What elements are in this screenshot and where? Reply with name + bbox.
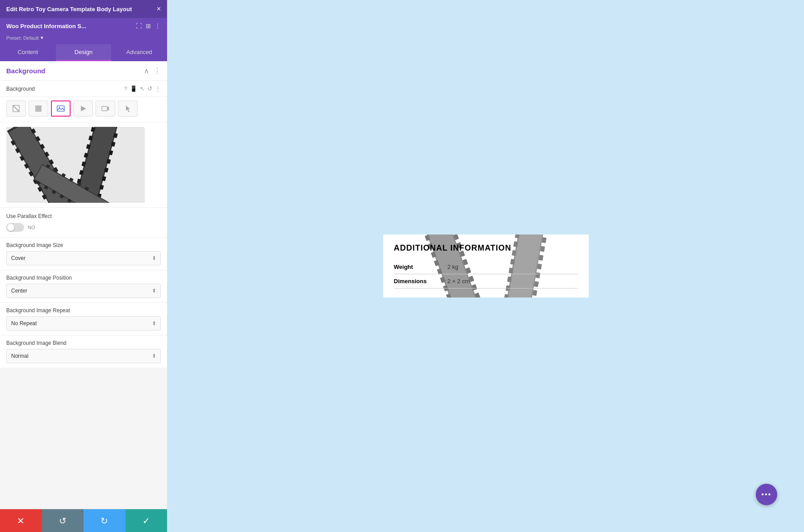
bottom-toolbar: ✕ ↺ ↻ ✓ — [0, 509, 167, 532]
parallax-row: Use Parallax Effect NO — [0, 208, 167, 238]
options-icon[interactable]: ⋮ — [155, 85, 161, 92]
info-key-dimensions: Dimensions — [394, 278, 448, 285]
save-button[interactable]: ✓ — [126, 509, 168, 532]
section-controls: ∧ ⋮ — [144, 67, 161, 75]
bg-type-hover[interactable] — [118, 101, 138, 117]
svg-marker-5 — [81, 106, 86, 111]
device-icon[interactable]: 📱 — [130, 85, 137, 92]
bg-type-slideshow[interactable] — [96, 101, 115, 117]
toggle-knob — [7, 224, 14, 231]
info-key-weight: Weight — [394, 264, 448, 270]
image-position-field: Background Image Position Center Top Bot… — [0, 270, 167, 303]
tab-design[interactable]: Design — [56, 44, 112, 61]
product-card: ADDITIONAL INFORMATION Weight 2 kg Dimen… — [383, 235, 589, 297]
image-position-label: Background Image Position — [6, 275, 161, 281]
undo-button[interactable]: ↺ — [42, 509, 84, 532]
info-val-dimensions: 2 × 2 cm — [448, 278, 470, 285]
parallax-value: NO — [28, 225, 35, 230]
image-preview[interactable] — [0, 122, 167, 208]
help-icon[interactable]: ? — [124, 85, 127, 92]
expand-icon[interactable]: ⛶ — [136, 22, 142, 29]
section-more-icon[interactable]: ⋮ — [154, 67, 161, 75]
image-repeat-label: Background Image Repeat — [6, 307, 161, 314]
image-repeat-wrapper: No Repeat Repeat Repeat-X Repeat-Y — [6, 316, 161, 331]
sidebar: Edit Retro Toy Camera Template Body Layo… — [0, 0, 168, 532]
image-size-field: Background Image Size Cover Contain Auto — [0, 238, 167, 270]
image-size-select[interactable]: Cover Contain Auto — [6, 251, 161, 265]
fab-icon: ••• — [762, 490, 772, 498]
toggle-row: NO — [6, 223, 161, 232]
image-size-label: Background Image Size — [6, 242, 161, 248]
svg-rect-6 — [102, 106, 107, 111]
preset-label: Preset: Default — [6, 35, 39, 41]
close-button[interactable]: × — [157, 5, 161, 13]
table-row: Dimensions 2 × 2 cm — [394, 274, 578, 289]
widget-title: Woo Product Information S... — [6, 23, 86, 29]
svg-line-0 — [13, 105, 19, 112]
parallax-toggle[interactable] — [6, 223, 24, 232]
image-position-select[interactable]: Center Top Bottom Left Right — [6, 284, 161, 298]
image-position-wrapper: Center Top Bottom Left Right — [6, 284, 161, 298]
image-blend-field: Background Image Blend Normal Multiply S… — [0, 335, 167, 368]
image-thumbnail — [6, 127, 145, 203]
titlebar-title: Edit Retro Toy Camera Template Body Layo… — [6, 6, 132, 13]
widget-header: Woo Product Information S... ⛶ ⊞ ⋮ — [0, 18, 167, 34]
svg-rect-2 — [35, 105, 42, 112]
bg-type-video[interactable] — [73, 101, 93, 117]
bg-type-color[interactable] — [29, 101, 48, 117]
redo-button[interactable]: ↻ — [84, 509, 126, 532]
canvas: ADDITIONAL INFORMATION Weight 2 kg Dimen… — [168, 0, 804, 532]
section-header: Background ∧ ⋮ — [0, 61, 167, 81]
info-val-weight: 2 kg — [448, 264, 459, 270]
product-card-title: ADDITIONAL INFORMATION — [394, 243, 578, 253]
tab-content[interactable]: Content — [0, 44, 56, 61]
fab-button[interactable]: ••• — [756, 484, 777, 505]
image-size-wrapper: Cover Contain Auto — [6, 251, 161, 265]
preset-dropdown[interactable]: ▾ — [41, 35, 43, 41]
bg-type-image[interactable] — [51, 101, 71, 117]
parallax-label: Use Parallax Effect — [6, 213, 161, 219]
reset-icon[interactable]: ↺ — [147, 85, 152, 92]
cancel-button[interactable]: ✕ — [0, 509, 42, 532]
background-field-label: Background — [6, 86, 35, 92]
tabs: Content Design Advanced — [0, 44, 167, 61]
image-blend-select[interactable]: Normal Multiply Screen Overlay — [6, 349, 161, 363]
image-repeat-select[interactable]: No Repeat Repeat Repeat-X Repeat-Y — [6, 316, 161, 331]
more-icon[interactable]: ⋮ — [155, 22, 161, 29]
section-title: Background — [6, 67, 46, 75]
bg-type-buttons — [0, 97, 167, 122]
sidebar-content: Background ∧ ⋮ Background ? 📱 ↖ ↺ ⋮ — [0, 61, 167, 509]
titlebar: Edit Retro Toy Camera Template Body Layo… — [0, 0, 167, 18]
product-card-content: ADDITIONAL INFORMATION Weight 2 kg Dimen… — [383, 235, 589, 297]
preset-row: Preset: Default ▾ — [0, 34, 167, 44]
bg-type-none[interactable] — [6, 101, 26, 117]
pointer-icon[interactable]: ↖ — [140, 85, 145, 92]
widget-icons: ⛶ ⊞ ⋮ — [136, 22, 161, 29]
table-row: Weight 2 kg — [394, 260, 578, 274]
field-icons: ? 📱 ↖ ↺ ⋮ — [124, 85, 161, 92]
grid-icon[interactable]: ⊞ — [146, 22, 151, 29]
image-blend-label: Background Image Blend — [6, 340, 161, 346]
tab-advanced[interactable]: Advanced — [111, 44, 167, 61]
image-blend-wrapper: Normal Multiply Screen Overlay — [6, 349, 161, 363]
collapse-icon[interactable]: ∧ — [144, 67, 149, 75]
background-field-row: Background ? 📱 ↖ ↺ ⋮ — [0, 81, 167, 97]
image-repeat-field: Background Image Repeat No Repeat Repeat… — [0, 303, 167, 335]
svg-rect-7 — [108, 107, 109, 110]
